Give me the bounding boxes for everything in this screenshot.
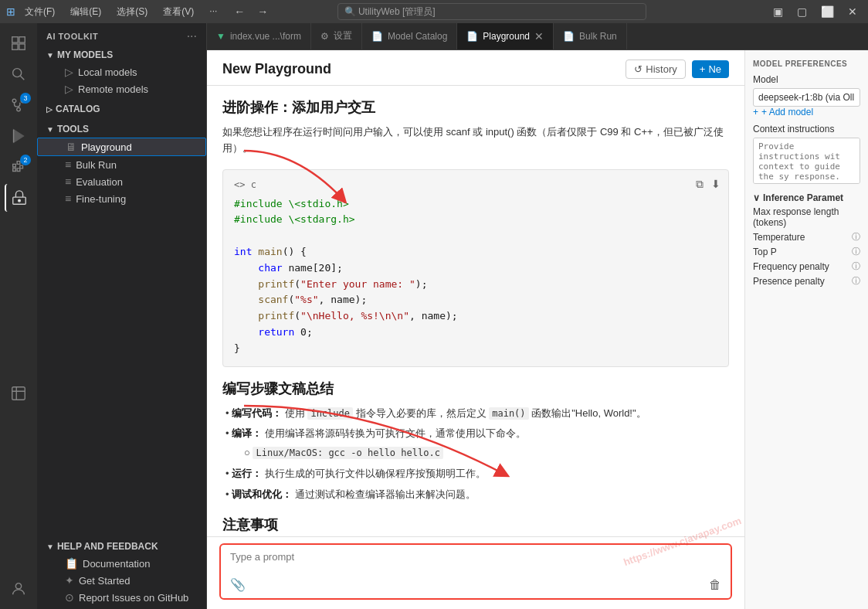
bullet-list: • 编写代码： 使用 include 指令导入必要的库，然后定义 main() … bbox=[222, 406, 729, 503]
report-issues-label: Report Issues on GitHub bbox=[79, 592, 188, 604]
nav-back-button[interactable]: ← bbox=[229, 4, 249, 19]
sidebar-item-local-models[interactable]: ▷ Local models bbox=[37, 63, 206, 80]
window-controls: ▣ ▢ ⬜ ✕ bbox=[768, 4, 862, 19]
activity-item-accounts[interactable] bbox=[5, 575, 32, 603]
code-copy-button[interactable]: ⧉ bbox=[694, 176, 705, 192]
tab-bar: ▼ index.vue ...\form ⚙ 设置 📄 Model Catalo… bbox=[207, 23, 868, 50]
nav-buttons: ← → bbox=[229, 4, 273, 19]
sidebar-item-remote-models[interactable]: ▷ Remote models bbox=[37, 80, 206, 97]
sidebar-section-catalog-header[interactable]: ▷ CATALOG bbox=[37, 100, 206, 117]
history-label: History bbox=[646, 63, 676, 75]
bullet-4: • 调试和优化： 通过测试和检查编译器输出来解决问题。 bbox=[222, 487, 729, 503]
sidebar-section-tools: ▼ TOOLS 🖥 Playground ≡ Bulk Run ≡ Evalua… bbox=[37, 121, 206, 207]
tab-bulk-run[interactable]: 📄 Bulk Run bbox=[554, 23, 627, 49]
docs-icon: 📋 bbox=[65, 557, 78, 570]
add-model-link[interactable]: + + Add model bbox=[753, 107, 860, 117]
sidebar-more-button[interactable]: ··· bbox=[187, 29, 197, 43]
code-actions: ⧉ ⬇ bbox=[694, 176, 722, 192]
activity-item-remote[interactable] bbox=[5, 379, 32, 407]
model-input[interactable] bbox=[753, 88, 860, 107]
tab-bulk-run-label: Bulk Run bbox=[579, 31, 617, 42]
sidebar-item-finetuning[interactable]: ≡ Fine-tuning bbox=[37, 190, 206, 207]
code-content: #include \<stdio.h> #include \<stdarg.h>… bbox=[234, 196, 717, 357]
inference-label: Inference Paramet bbox=[763, 192, 843, 203]
tab-index-vue[interactable]: ▼ index.vue ...\form bbox=[207, 23, 311, 49]
activity-item-ai-toolkit[interactable] bbox=[5, 184, 32, 212]
bullet-3: • 运行： 执行生成的可执行文件以确保程序按预期明工作。 bbox=[222, 466, 729, 482]
activity-item-extensions[interactable]: 2 bbox=[5, 153, 32, 181]
titlebar: ⊞ 文件(F) 编辑(E) 选择(S) 查看(V) ··· ← → 🔍 Util… bbox=[0, 0, 868, 23]
history-button[interactable]: ↺ History bbox=[626, 60, 685, 79]
playground-title: New Playground bbox=[222, 61, 331, 77]
top-p-info-icon[interactable]: ⓘ bbox=[852, 246, 860, 257]
temperature-label: Temperature bbox=[753, 232, 805, 243]
sidebar-item-evaluation[interactable]: ≡ Evaluation bbox=[37, 173, 206, 190]
nav-forward-button[interactable]: → bbox=[253, 4, 273, 19]
context-label: Context instructions bbox=[753, 124, 860, 134]
menu-select[interactable]: 选择(S) bbox=[114, 4, 151, 20]
frequency-label: Frequency penalty bbox=[753, 261, 829, 272]
add-model-label: + Add model bbox=[761, 107, 813, 117]
bullet2-label: 编译： bbox=[232, 427, 262, 439]
source-control-badge: 3 bbox=[20, 93, 31, 104]
tab-model-catalog[interactable]: 📄 Model Catalog bbox=[362, 23, 457, 49]
sidebar-section-tools-header[interactable]: ▼ TOOLS bbox=[37, 121, 206, 138]
bullet-1: • 编写代码： 使用 include 指令导入必要的库，然后定义 main() … bbox=[222, 406, 729, 422]
bulk-run-tab-icon: 📄 bbox=[563, 31, 575, 42]
sidebar-item-get-started[interactable]: ✦ Get Started bbox=[37, 572, 206, 589]
win-ctrl-2[interactable]: ▢ bbox=[792, 4, 812, 19]
svg-rect-1 bbox=[19, 37, 25, 43]
code-lang: <> c bbox=[234, 179, 717, 190]
svg-rect-0 bbox=[12, 37, 18, 43]
main-container: 3 2 AI TOOLKIT ··· ▼ MY MODELS bbox=[0, 23, 868, 609]
svg-point-4 bbox=[13, 69, 22, 77]
svg-marker-9 bbox=[14, 130, 24, 143]
section2-title: 编写步骤文稿总结 bbox=[222, 379, 729, 398]
prompt-area: 📎 🗑 bbox=[207, 536, 744, 609]
activity-item-source-control[interactable]: 3 bbox=[5, 91, 32, 119]
code-download-button[interactable]: ⬇ bbox=[710, 176, 722, 192]
menu-edit[interactable]: 编辑(E) bbox=[67, 4, 104, 20]
presence-info-icon[interactable]: ⓘ bbox=[852, 275, 860, 287]
prompt-input[interactable] bbox=[230, 551, 721, 574]
plus-icon: + bbox=[700, 63, 706, 75]
prompt-delete-button[interactable]: 🗑 bbox=[709, 578, 721, 592]
playground-header-actions: ↺ History + Ne bbox=[626, 60, 729, 79]
bullet3-label: 运行： bbox=[232, 468, 262, 479]
sidebar-item-documentation[interactable]: 📋 Documentation bbox=[37, 555, 206, 572]
menu-file[interactable]: 文件(F) bbox=[22, 4, 58, 20]
sidebar-item-bulk-run[interactable]: ≡ Bulk Run bbox=[37, 156, 206, 173]
sub-list: ○ Linux/MacOS: gcc -o hello hello.c bbox=[244, 445, 729, 461]
win-ctrl-1[interactable]: ▣ bbox=[768, 4, 788, 19]
inference-collapsible[interactable]: ∨ Inference Paramet bbox=[753, 192, 860, 203]
temperature-info-icon[interactable]: ⓘ bbox=[852, 231, 860, 243]
tab-close-button[interactable]: ✕ bbox=[534, 30, 544, 43]
svg-point-12 bbox=[19, 199, 21, 202]
context-textarea[interactable] bbox=[753, 138, 860, 184]
sidebar-item-playground[interactable]: 🖥 Playground bbox=[37, 138, 206, 156]
sidebar-item-report-issues[interactable]: ⊙ Report Issues on GitHub bbox=[37, 589, 206, 606]
chevron-down-icon: ▼ bbox=[46, 543, 54, 551]
sidebar-section-help-header[interactable]: ▼ HELP AND FEEDBACK bbox=[37, 538, 206, 555]
right-panel: MODEL PREFERENCES Model + + Add model Co… bbox=[744, 50, 868, 609]
menu-more[interactable]: ··· bbox=[206, 4, 220, 20]
menu-view[interactable]: 查看(V) bbox=[160, 4, 197, 20]
win-ctrl-3[interactable]: ⬜ bbox=[816, 4, 839, 19]
prompt-attach-button[interactable]: 📎 bbox=[230, 577, 246, 592]
prompt-footer: 📎 🗑 bbox=[230, 577, 721, 592]
get-started-label: Get Started bbox=[79, 575, 130, 587]
frequency-info-icon[interactable]: ⓘ bbox=[852, 260, 860, 272]
sidebar-section-my-models-header[interactable]: ▼ MY MODELS bbox=[37, 46, 206, 63]
new-button[interactable]: + Ne bbox=[692, 60, 729, 78]
win-ctrl-close[interactable]: ✕ bbox=[843, 4, 862, 19]
activity-item-search[interactable] bbox=[5, 60, 32, 88]
tab-settings[interactable]: ⚙ 设置 bbox=[311, 23, 362, 49]
activity-item-explorer[interactable] bbox=[5, 29, 32, 57]
search-bar[interactable]: 🔍 UtilityWeb [管理员] bbox=[337, 3, 646, 20]
activity-item-run[interactable] bbox=[5, 122, 32, 150]
plus-icon: + bbox=[753, 107, 758, 117]
tab-model-catalog-label: Model Catalog bbox=[388, 31, 447, 42]
sidebar-section-help: ▼ HELP AND FEEDBACK 📋 Documentation ✦ Ge… bbox=[37, 538, 206, 606]
tab-playground[interactable]: 📄 Playground ✕ bbox=[457, 23, 554, 49]
playground-content[interactable]: 进阶操作：添加用户交互 如果您想让程序在运行时间问用户输入，可以使用 scanf… bbox=[207, 86, 744, 536]
